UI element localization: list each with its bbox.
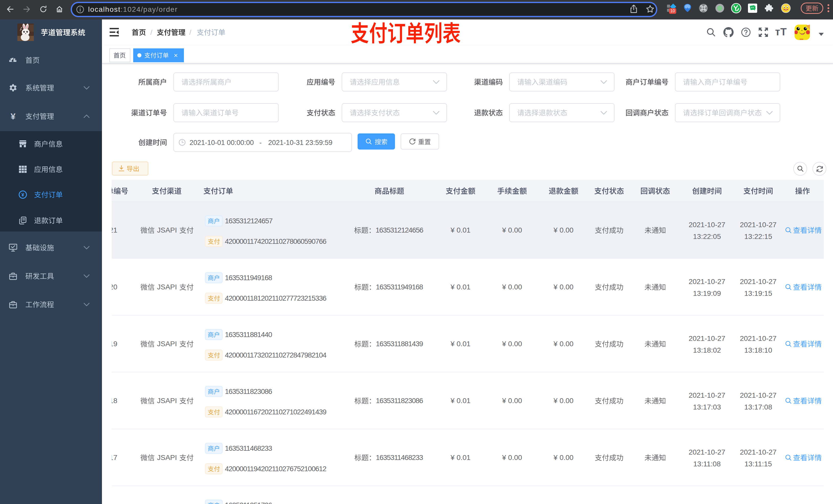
svg-text:¥: ¥ <box>22 192 24 197</box>
